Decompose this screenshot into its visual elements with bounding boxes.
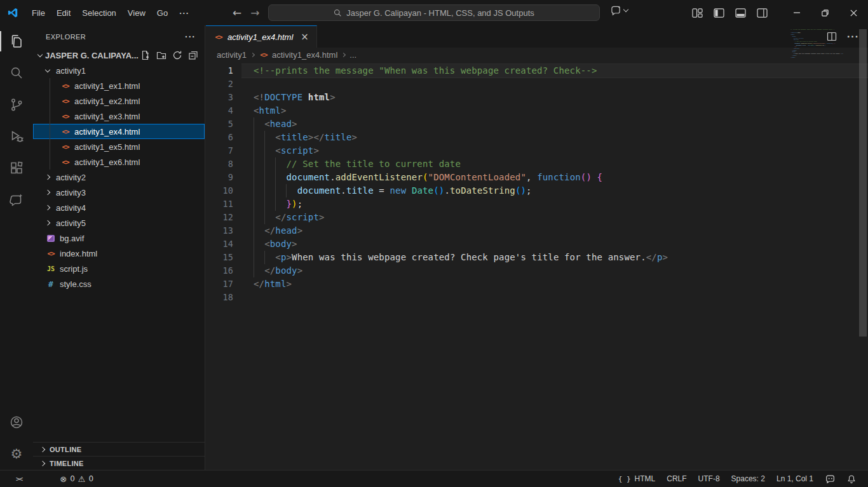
explorer-sidebar: EXPLORER ··· JASPER G. CALIPAYA... activ… bbox=[33, 25, 205, 470]
image-file-icon bbox=[47, 235, 55, 242]
file-script.js[interactable]: JSscript.js bbox=[33, 261, 205, 276]
line-number: 16 bbox=[206, 264, 241, 277]
tab-activity1_ex4[interactable]: <> activity1_ex4.html × bbox=[206, 25, 317, 48]
menu-file[interactable]: File bbox=[26, 6, 51, 20]
file-activity1_ex2.html[interactable]: <>activity1_ex2.html bbox=[33, 93, 205, 109]
line-number: 4 bbox=[206, 104, 241, 117]
accounts-icon[interactable] bbox=[0, 406, 33, 438]
file-activity1_ex5.html[interactable]: <>activity1_ex5.html bbox=[33, 139, 205, 154]
editor-scrollbar[interactable] bbox=[859, 29, 867, 337]
folder-activity1[interactable]: activity1 bbox=[33, 63, 205, 78]
close-tab-icon[interactable]: × bbox=[301, 31, 309, 43]
new-file-icon[interactable] bbox=[140, 50, 151, 60]
toggle-primary-sidebar-icon[interactable] bbox=[714, 8, 724, 18]
file-activity1_ex4.html[interactable]: <>activity1_ex4.html bbox=[33, 124, 205, 139]
forward-icon[interactable]: → bbox=[250, 6, 259, 19]
file-bg.avif[interactable]: bg.avif bbox=[33, 230, 205, 246]
minimize-icon[interactable] bbox=[782, 0, 811, 25]
source-control-icon[interactable] bbox=[0, 89, 33, 121]
menu-edit[interactable]: Edit bbox=[51, 6, 76, 20]
refresh-icon[interactable] bbox=[172, 50, 182, 60]
workspace-root[interactable]: JASPER G. CALIPAYA... bbox=[33, 48, 205, 63]
settings-gear-icon[interactable]: ⚙ bbox=[0, 438, 33, 470]
bell-icon[interactable] bbox=[841, 470, 862, 487]
extensions-icon[interactable] bbox=[0, 152, 33, 184]
html-file-icon: <> bbox=[214, 33, 224, 41]
code-line-14[interactable]: 14 <body> bbox=[206, 237, 868, 251]
code-line-16[interactable]: 16 </body> bbox=[206, 264, 868, 277]
html-file-icon: <> bbox=[60, 158, 71, 166]
toggle-secondary-sidebar-icon[interactable] bbox=[757, 8, 768, 18]
file-activity1_ex1.html[interactable]: <>activity1_ex1.html bbox=[33, 78, 205, 93]
chevron-down-icon bbox=[37, 51, 43, 57]
code-line-13[interactable]: 13 </head> bbox=[206, 224, 868, 237]
customize-layout-icon[interactable] bbox=[692, 8, 703, 18]
code-line-2[interactable]: 2 bbox=[206, 77, 868, 91]
remote-indicator[interactable]: >< bbox=[10, 470, 27, 487]
code-line-12[interactable]: 12 </script> bbox=[206, 211, 868, 224]
status-eol[interactable]: CRLF bbox=[661, 470, 692, 487]
menu-selection[interactable]: Selection bbox=[76, 6, 121, 20]
folder-activity4[interactable]: activity4 bbox=[33, 200, 205, 215]
status-indentation[interactable]: Spaces: 2 bbox=[726, 470, 771, 487]
code-line-17[interactable]: 17</html> bbox=[206, 277, 868, 291]
minimap[interactable]: <!--prints the message "When was this we… bbox=[790, 29, 849, 68]
code-line-18[interactable]: 18 bbox=[206, 291, 868, 304]
run-debug-icon[interactable] bbox=[0, 121, 33, 152]
file-activity1_ex3.html[interactable]: <>activity1_ex3.html bbox=[33, 109, 205, 124]
code-line-11[interactable]: 11 }); bbox=[206, 197, 868, 211]
folder-activity3[interactable]: activity3 bbox=[33, 185, 205, 200]
explorer-more-actions-icon[interactable]: ··· bbox=[185, 32, 196, 42]
line-number: 2 bbox=[206, 77, 241, 91]
code-line-9[interactable]: 9 document.addEventListener("DOMContentL… bbox=[206, 171, 868, 184]
menu-view[interactable]: View bbox=[122, 6, 151, 20]
code-line-7[interactable]: 7 <script> bbox=[206, 144, 868, 157]
toggle-panel-icon[interactable] bbox=[735, 8, 746, 18]
search-sidebar-icon[interactable] bbox=[0, 57, 33, 89]
status-cursor-position[interactable]: Ln 1, Col 1 bbox=[771, 470, 819, 487]
status-language-mode[interactable]: { }HTML bbox=[613, 470, 661, 487]
code-line-10[interactable]: 10 document.title = new Date().toDateStr… bbox=[206, 184, 868, 197]
code-area[interactable]: 1<!--prints the message "When was this w… bbox=[206, 62, 868, 470]
code-line-1[interactable]: 1<!--prints the message "When was this w… bbox=[206, 64, 868, 77]
new-folder-icon[interactable] bbox=[156, 50, 166, 60]
tree-item-label: activity4 bbox=[56, 203, 86, 213]
menu-bar: FileEditSelectionViewGo··· bbox=[26, 7, 195, 18]
line-number: 8 bbox=[206, 157, 241, 171]
problems-indicator[interactable]: ⊗ 0 ⚠ 0 bbox=[54, 470, 99, 487]
chat-icon[interactable] bbox=[0, 184, 33, 216]
breadcrumb-item[interactable]: ... bbox=[349, 50, 356, 60]
code-line-5[interactable]: 5 <head> bbox=[206, 117, 868, 131]
code-line-8[interactable]: 8 // Set the title to current date bbox=[206, 157, 868, 171]
breadcrumb-item[interactable]: activity1 bbox=[217, 50, 247, 60]
close-icon[interactable] bbox=[839, 0, 868, 25]
copilot-menu[interactable] bbox=[610, 5, 628, 16]
file-activity1_ex6.html[interactable]: <>activity1_ex6.html bbox=[33, 154, 205, 170]
maximize-restore-icon[interactable] bbox=[811, 0, 839, 25]
copilot-status-icon[interactable] bbox=[819, 470, 841, 487]
back-icon[interactable]: ← bbox=[233, 6, 241, 19]
html-file-icon: <> bbox=[60, 143, 71, 151]
html-file-icon: <> bbox=[60, 82, 71, 90]
code-line-3[interactable]: 3<!DOCTYPE html> bbox=[206, 91, 868, 104]
timeline-section[interactable]: TIMELINE bbox=[33, 456, 205, 470]
code-line-4[interactable]: 4<html> bbox=[206, 104, 868, 117]
command-center-search[interactable]: Jasper G. Calipayan - HTML, CSS, and JS … bbox=[268, 4, 600, 21]
breadcrumb-separator-icon bbox=[341, 52, 346, 57]
menu-more-icon[interactable]: ··· bbox=[173, 6, 195, 20]
sidebar-title: EXPLORER bbox=[46, 33, 86, 41]
folder-activity5[interactable]: activity5 bbox=[33, 215, 205, 230]
collapse-all-icon[interactable] bbox=[188, 50, 198, 60]
file-index.html[interactable]: <>index.html bbox=[33, 246, 205, 261]
folder-activity2[interactable]: activity2 bbox=[33, 170, 205, 185]
menu-go[interactable]: Go bbox=[151, 6, 173, 20]
breadcrumb-item[interactable]: <>activity1_ex4.html bbox=[259, 50, 337, 60]
code-line-6[interactable]: 6 <title></title> bbox=[206, 131, 868, 144]
editor-group: <> activity1_ex4.html × ··· activity1<>a… bbox=[206, 25, 868, 470]
code-line-15[interactable]: 15 <p>When was this webpage created? Che… bbox=[206, 251, 868, 264]
file-style.css[interactable]: #style.css bbox=[33, 276, 205, 291]
tab-bar: <> activity1_ex4.html × ··· bbox=[206, 25, 868, 48]
explorer-icon[interactable] bbox=[0, 25, 33, 57]
outline-section[interactable]: OUTLINE bbox=[33, 442, 205, 456]
status-encoding[interactable]: UTF-8 bbox=[693, 470, 726, 487]
